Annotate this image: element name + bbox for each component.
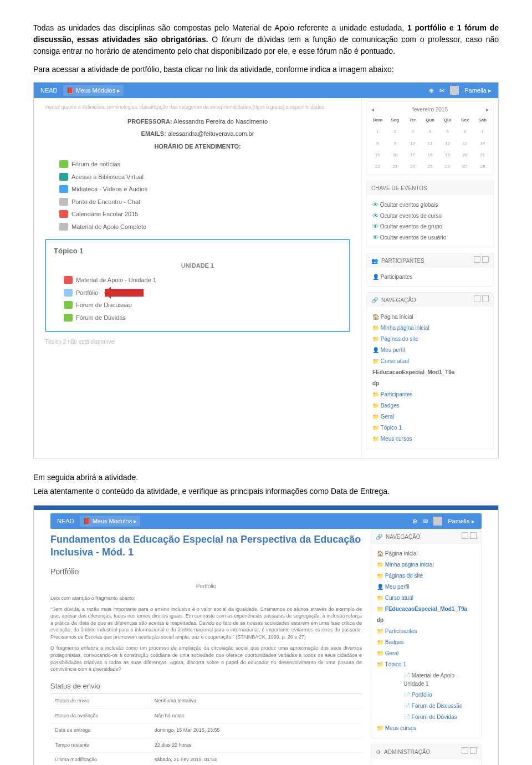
forum-icon: [64, 301, 73, 309]
cal-next[interactable]: ▸: [486, 105, 489, 114]
people-icon: 👥: [371, 257, 378, 265]
settings-icon[interactable]: [482, 256, 489, 263]
collapse-icon[interactable]: [474, 256, 480, 263]
topbar: NEAD 📕 Meus Módulos ▸ ⊕ ✉ Pamella ▸: [50, 513, 482, 529]
navegacao-title: NAVEGAÇÃO: [386, 533, 421, 541]
nav-portfolio[interactable]: 📄 Portfólio: [403, 690, 475, 700]
participantes-panel: 👥 PARTICIPANTES 👤 Participantes: [366, 253, 494, 287]
topic-2-unavailable: Tópico 2 não está disponível: [45, 338, 350, 346]
cal-month: fevereiro 2015: [412, 105, 448, 114]
nav-geral[interactable]: 📁 Geral: [377, 649, 475, 658]
item-material-apoio[interactable]: Material de Apoio - Unidade 1: [64, 276, 341, 285]
nav-forum-disc[interactable]: 📄 Fórum de Discussão: [403, 701, 475, 711]
add-icon[interactable]: ⊕: [429, 86, 434, 95]
nav-meus-cursos[interactable]: 📁 Meus cursos: [372, 434, 488, 443]
nav-meus-cursos[interactable]: 📁 Meus cursos: [377, 723, 475, 733]
navegacao-panel: 🔗 NAVEGAÇÃO 🏠 Página inicial 📁 Minha pág…: [366, 292, 494, 449]
media-icon: [59, 185, 68, 193]
chave-eventos-title: CHAVE DE EVENTOS: [371, 184, 427, 192]
chat-icon: [59, 198, 68, 206]
unidade-1-heading: UNIDADE 1: [54, 261, 341, 271]
res-biblioteca[interactable]: Acesso a Biblioteca Virtual: [59, 172, 350, 182]
nav-geral[interactable]: 📁 Geral: [372, 412, 488, 421]
nav-profile[interactable]: 👤 Meu perfil: [377, 582, 475, 591]
nav-badges[interactable]: 📁 Badges: [372, 401, 488, 410]
chave-usuario[interactable]: 👁 Ocultar eventos de usuário: [372, 233, 488, 242]
fragment-quote: "Sem dúvida, a razão mais importante par…: [50, 606, 362, 641]
settings-icon[interactable]: [482, 295, 489, 302]
professor-name: Alessandra Pereira do Nascimento: [173, 118, 268, 125]
chave-grupo[interactable]: 👁 Ocultar eventos de grupo: [372, 222, 488, 231]
nav-course-code[interactable]: 📁 FEducacaoEspecial_Mod1_T9a: [377, 604, 475, 614]
nav-participantes[interactable]: 📁 Participantes: [372, 390, 488, 399]
chave-curso[interactable]: 👁 Ocultar eventos de curso: [372, 211, 488, 221]
nav-current-course[interactable]: 📁 Curso atual: [372, 356, 488, 366]
mail-icon[interactable]: ✉: [439, 86, 444, 95]
settings-icon[interactable]: [470, 747, 477, 754]
nav-course-code[interactable]: FEducacaoEspecial_Mod1_T9a: [372, 368, 488, 377]
gear-icon: ⚙: [376, 748, 381, 756]
nav-badges[interactable]: 📁 Badges: [377, 638, 475, 647]
res-chat[interactable]: Ponto de Encontro - Chat: [59, 197, 350, 207]
user-menu[interactable]: Pamella ▸: [448, 517, 475, 526]
brand-nead[interactable]: NEAD: [40, 86, 58, 95]
participantes-link[interactable]: 👤 Participantes: [372, 273, 488, 281]
doc-icon: [59, 223, 68, 231]
administracao-panel: ⚙ ADMINISTRAÇÃO 📁 Administração do curso…: [371, 744, 482, 765]
nav-sitepages[interactable]: 📁 Páginas do site: [377, 571, 475, 580]
collapse-icon[interactable]: [462, 747, 468, 754]
nav-mypage[interactable]: 📁 Minha página inicial: [372, 323, 488, 333]
meus-modulos-menu[interactable]: 📕 Meus Módulos ▸: [80, 516, 141, 527]
administracao-title: ADMINISTRAÇÃO: [384, 748, 430, 756]
avatar[interactable]: [433, 517, 442, 526]
nav-home[interactable]: 🏠 Página inicial: [377, 549, 475, 558]
navegacao-title: NAVEGAÇÃO: [381, 296, 416, 304]
forum-icon: [64, 314, 73, 322]
screenshot-portfolio-page: NEAD 📕 Meus Módulos ▸ ⊕ ✉ Pamella ▸ Fund…: [33, 505, 499, 765]
settings-icon[interactable]: [470, 532, 477, 539]
nav-forum-duv[interactable]: 📄 Fórum de Dúvidas: [403, 712, 475, 722]
cal-prev[interactable]: ◂: [371, 105, 374, 114]
res-calendario[interactable]: Calendário Escolar 2015: [59, 210, 350, 219]
eye-icon: 👁: [372, 223, 378, 230]
emails-value: alessandra@feituverava.com.br: [168, 130, 254, 137]
collapse-icon[interactable]: [474, 295, 480, 302]
status-heading: Status de envio: [50, 681, 362, 695]
chave-eventos-panel: CHAVE DE EVENTOS 👁 Ocultar eventos globa…: [366, 181, 494, 247]
forum-icon: [59, 160, 68, 168]
topbar: NEAD 📕 Meus Módulos ▸ ⊕ ✉ Pamella ▸: [34, 83, 498, 98]
mail-icon[interactable]: ✉: [423, 517, 428, 526]
item-forum-discussao[interactable]: Fórum de Discussão: [64, 300, 341, 310]
intro-para-1: Todas as unidades das disciplinas são co…: [33, 22, 499, 57]
nav-sitepages[interactable]: 📁 Páginas do site: [372, 334, 488, 344]
add-icon[interactable]: ⊕: [412, 517, 417, 526]
nav-home[interactable]: 🏠 Página inicial: [372, 312, 488, 322]
item-portfolio[interactable]: Portfólio: [64, 288, 341, 298]
truncated-text: mental quanto a definições, terminologia…: [45, 104, 350, 111]
nav-topico1[interactable]: 📁 Tópico 1: [377, 660, 475, 669]
avatar[interactable]: [450, 86, 459, 95]
res-material-completo[interactable]: Material de Apoio Completo: [59, 222, 350, 232]
chave-globais[interactable]: 👁 Ocultar eventos globais: [372, 200, 488, 210]
eye-icon: 👁: [372, 212, 378, 219]
meus-modulos-menu[interactable]: 📕 Meus Módulos ▸: [63, 85, 124, 96]
res-midiateca[interactable]: Midiateca - Vídeos e Áudios: [59, 185, 350, 194]
lead-text: Leia com atenção o fragmento abaixo:: [50, 595, 362, 603]
nav-topico1[interactable]: 📁 Tópico 1: [372, 423, 488, 432]
nav-current-course[interactable]: 📁 Curso atual: [377, 593, 475, 603]
item-forum-duvidas[interactable]: Fórum de Dúvidas: [64, 313, 341, 323]
user-menu[interactable]: Pamella ▸: [464, 86, 492, 95]
navegacao-panel: 🔗 NAVEGAÇÃO 🏠 Página inicial 📁 Minha pág…: [371, 529, 482, 738]
nav-participantes[interactable]: 📁 Participantes: [377, 626, 475, 636]
pdf-icon: [64, 276, 73, 284]
table-row: Data de entregadomingo, 15 Mar 2015, 23:…: [50, 723, 362, 738]
table-row: Última modificaçãosábado, 21 Fev 2015, 0…: [50, 753, 362, 765]
collapse-icon[interactable]: [462, 532, 468, 539]
nav-profile[interactable]: 👤 Meu perfil: [372, 345, 488, 355]
res-forum-noticias[interactable]: Fórum de notícias: [59, 160, 350, 169]
nav-dp: dp: [372, 379, 488, 388]
nav-mypage[interactable]: 📁 Minha página inicial: [377, 560, 475, 569]
nav-material[interactable]: 📄 Material de Apoio - Unidade 1: [403, 671, 475, 688]
table-row: Tempo restante22 dias 22 horas: [50, 738, 362, 753]
brand-nead[interactable]: NEAD: [57, 517, 74, 526]
